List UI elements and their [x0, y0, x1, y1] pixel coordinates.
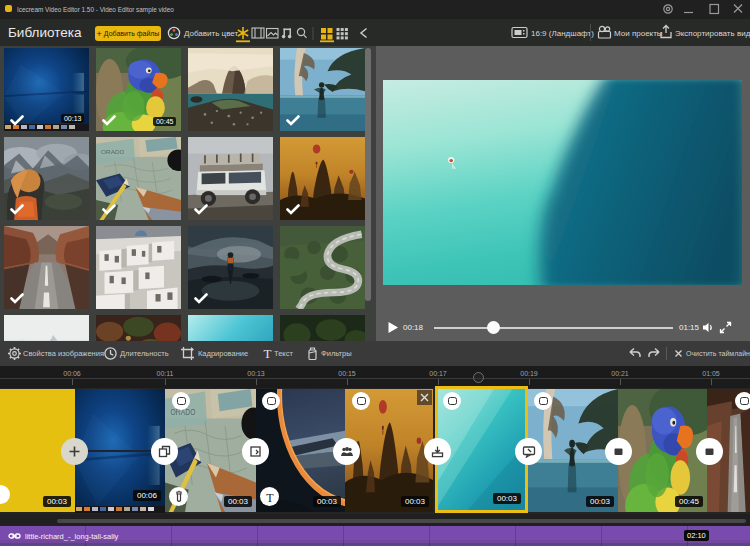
svg-text:T: T — [264, 346, 272, 361]
svg-text:ORADO: ORADO — [101, 149, 124, 156]
svg-text:T: T — [266, 491, 274, 503]
